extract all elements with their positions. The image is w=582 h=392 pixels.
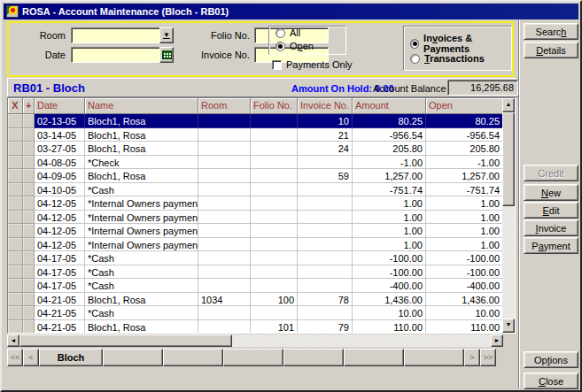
grid-cell[interactable] xyxy=(23,279,35,293)
payment-button[interactable]: Payment xyxy=(524,237,578,254)
grid-cell[interactable] xyxy=(251,265,298,280)
radio-open-circle[interactable] xyxy=(275,42,285,51)
scroll-down-icon[interactable]: ▼ xyxy=(502,319,515,333)
grid-cell[interactable]: 80.25 xyxy=(426,114,502,128)
grid-cell[interactable] xyxy=(251,156,298,170)
grid-cell[interactable] xyxy=(198,251,251,265)
grid-cell[interactable]: 1.00 xyxy=(353,238,426,252)
grid-cell[interactable] xyxy=(23,114,35,128)
grid-cell[interactable] xyxy=(8,114,23,128)
grid-cell[interactable]: -400.00 xyxy=(353,279,426,293)
grid-cell[interactable] xyxy=(298,306,353,320)
grid-cell[interactable] xyxy=(8,156,23,170)
grid-cell[interactable]: 1.00 xyxy=(426,224,502,238)
grid-cell[interactable]: 205.80 xyxy=(426,142,502,156)
grid-horizontal-scrollbar[interactable]: ◄ ► xyxy=(7,334,503,347)
grid-cell[interactable]: 04-21-05 xyxy=(35,293,85,307)
grid-cell[interactable]: Bloch1, Rosa xyxy=(85,293,198,307)
grid-col-header[interactable]: X xyxy=(8,98,23,114)
grid-cell[interactable] xyxy=(8,224,23,238)
radio-invoices-payments[interactable]: Invoices & Payments xyxy=(410,33,511,54)
grid-cell[interactable] xyxy=(251,128,298,142)
grid-cell[interactable] xyxy=(198,169,251,183)
grid-cell[interactable]: 10.00 xyxy=(353,306,426,320)
options-button[interactable]: Options xyxy=(524,351,578,368)
grid-cell[interactable]: 1.00 xyxy=(426,238,502,252)
grid-cell[interactable]: 04-08-05 xyxy=(35,156,85,170)
grid-cell[interactable] xyxy=(251,224,298,238)
payments-only-box[interactable] xyxy=(272,60,282,70)
grid-row[interactable]: 04-17-05*Cash-100.00-100.00 xyxy=(8,251,502,265)
grid-cell[interactable]: 02-13-05 xyxy=(35,114,85,128)
grid-cell[interactable] xyxy=(8,293,23,307)
grid-cell[interactable] xyxy=(298,251,353,265)
grid-cell[interactable]: 04-12-05 xyxy=(35,211,85,225)
grid-cell[interactable] xyxy=(198,238,251,252)
grid-cell[interactable] xyxy=(23,142,35,156)
grid-cell[interactable]: 04-17-05 xyxy=(35,251,85,265)
grid-row[interactable]: 04-12-05*Internal Owners payment code1.0… xyxy=(8,211,502,225)
grid-cell[interactable]: 04-12-05 xyxy=(35,196,85,211)
room-input[interactable] xyxy=(71,27,174,43)
grid-cell[interactable] xyxy=(8,279,23,293)
credit-button[interactable]: Credit xyxy=(524,165,578,181)
grid-cell[interactable]: 04-12-05 xyxy=(35,238,85,252)
grid-row[interactable]: 02-13-05Bloch1, Rosa1080.2580.25 xyxy=(8,114,502,128)
close-button[interactable]: Close xyxy=(524,373,578,389)
grid-cell[interactable] xyxy=(198,320,251,334)
grid-cell[interactable]: 110.00 xyxy=(353,320,426,334)
grid-cell[interactable] xyxy=(251,183,298,197)
grid-cell[interactable]: 10.00 xyxy=(426,306,502,320)
radio-open[interactable]: Open xyxy=(275,41,314,51)
grid-cell[interactable]: 1,257.00 xyxy=(353,169,426,183)
grid-cell[interactable]: -956.54 xyxy=(353,128,426,142)
grid-row[interactable]: 04-21-05Bloch1, Rosa1034100781,436.001,4… xyxy=(8,293,502,307)
grid-cell[interactable]: Bloch1, Rosa xyxy=(85,114,198,128)
grid-cell[interactable] xyxy=(298,156,353,170)
vscroll-thumb[interactable] xyxy=(502,112,515,206)
grid-cell[interactable]: *Internal Owners payment code xyxy=(85,238,198,252)
grid-cell[interactable]: 04-17-05 xyxy=(35,265,85,280)
grid-cell[interactable] xyxy=(198,196,251,211)
tab-empty[interactable] xyxy=(103,349,163,366)
vscroll-track[interactable] xyxy=(502,206,515,319)
grid-cell[interactable] xyxy=(23,224,35,238)
grid-cell[interactable]: 1034 xyxy=(198,293,251,307)
grid-cell[interactable] xyxy=(23,265,35,280)
scroll-right-icon[interactable]: ► xyxy=(491,334,503,347)
grid-cell[interactable] xyxy=(23,320,35,334)
grid-cell[interactable] xyxy=(198,114,251,128)
grid-cell[interactable]: 04-21-05 xyxy=(35,306,85,320)
grid-cell[interactable]: 04-10-05 xyxy=(35,183,85,197)
grid-cell[interactable] xyxy=(298,196,353,211)
grid-cell[interactable] xyxy=(198,142,251,156)
grid-cell[interactable] xyxy=(8,238,23,252)
grid-cell[interactable]: Bloch1, Rosa xyxy=(85,142,198,156)
grid-row[interactable]: 03-27-05Bloch1, Rosa24205.80205.80 xyxy=(8,142,502,156)
date-input[interactable] xyxy=(71,47,174,63)
search-button[interactable]: Search xyxy=(524,23,578,40)
grid-cell[interactable] xyxy=(23,169,35,183)
grid-cell[interactable]: 04-21-05 xyxy=(35,320,85,334)
grid-cell[interactable]: *Internal Owners payment code xyxy=(85,224,198,238)
grid-cell[interactable] xyxy=(198,156,251,170)
hscroll-thumb[interactable] xyxy=(19,334,232,347)
grid-cell[interactable] xyxy=(251,211,298,225)
scroll-left-icon[interactable]: ◄ xyxy=(7,334,19,347)
grid-cell[interactable]: 1.00 xyxy=(426,211,502,225)
grid-row[interactable]: 04-21-05*Cash10.0010.00 xyxy=(8,306,502,320)
grid-cell[interactable] xyxy=(8,128,23,142)
tab-prev-button[interactable]: < xyxy=(23,349,39,366)
grid-cell[interactable] xyxy=(251,114,298,128)
grid-cell[interactable] xyxy=(198,128,251,142)
grid-cell[interactable]: 03-14-05 xyxy=(35,128,85,142)
grid-cell[interactable] xyxy=(251,142,298,156)
hscroll-track[interactable] xyxy=(232,334,491,347)
grid-cell[interactable]: 1.00 xyxy=(426,196,502,211)
grid-cell[interactable]: *Cash xyxy=(85,279,198,293)
grid-row[interactable]: 04-21-05Bloch1, Rosa10179110.00110.00 xyxy=(8,320,502,334)
grid-cell[interactable] xyxy=(8,211,23,225)
grid-cell[interactable]: 79 xyxy=(298,320,353,334)
grid-cell[interactable] xyxy=(8,169,23,183)
grid-cell[interactable] xyxy=(23,306,35,320)
